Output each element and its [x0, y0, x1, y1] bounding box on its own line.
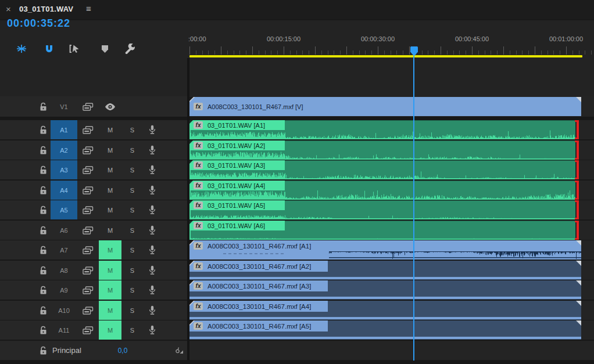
mute-button-A2[interactable]: M	[99, 140, 121, 160]
track-targeting-icon[interactable]	[83, 166, 94, 174]
ruler-tick	[422, 51, 423, 55]
media-end-bracket	[575, 140, 579, 160]
toggle-track-output-eye-icon[interactable]	[105, 103, 116, 110]
lock-icon[interactable]	[40, 186, 47, 195]
lock-icon[interactable]	[40, 266, 47, 275]
track-header-A11: A11 MS	[0, 320, 187, 340]
voiceover-record-mic-icon[interactable]	[149, 185, 156, 195]
track-targeting-icon[interactable]	[83, 226, 94, 235]
solo-button-A6[interactable]: S	[121, 221, 143, 240]
mute-button-A11[interactable]: M	[99, 320, 121, 340]
lock-icon[interactable]	[40, 326, 47, 335]
track-targeting-icon[interactable]	[83, 146, 94, 154]
voiceover-record-mic-icon[interactable]	[149, 125, 156, 135]
master-level-value[interactable]: 0,0	[109, 341, 136, 360]
lock-icon[interactable]	[40, 206, 47, 215]
solo-button-A9[interactable]: S	[121, 280, 143, 300]
ruler-tick	[478, 51, 479, 55]
clip-A6[interactable]: fx03_01T01.WAV [A6]	[189, 221, 575, 240]
track-name-A3[interactable]: A3	[51, 160, 77, 179]
solo-button-A7[interactable]: S	[121, 240, 143, 260]
voiceover-record-mic-icon[interactable]	[149, 165, 156, 175]
solo-button-A4[interactable]: S	[121, 181, 143, 200]
track-name-A7[interactable]: A7	[51, 240, 77, 260]
lock-icon[interactable]	[40, 346, 47, 355]
track-targeting-icon[interactable]	[83, 206, 94, 214]
clip-A8[interactable]: fxA008C003_130101_R467.mxf [A2]	[189, 261, 581, 280]
solo-button-A5[interactable]: S	[121, 200, 143, 219]
voiceover-record-mic-icon[interactable]	[149, 325, 156, 335]
clip-A11[interactable]: fxA008C003_130101_R467.mxf [A5]	[189, 320, 581, 340]
lock-icon[interactable]	[40, 246, 47, 255]
sequence-tab[interactable]: 03_01T01.WAV	[19, 5, 73, 13]
voiceover-record-mic-icon[interactable]	[149, 285, 156, 295]
voiceover-record-mic-icon[interactable]	[149, 245, 156, 255]
mute-button-A6[interactable]: M	[99, 221, 121, 240]
track-targeting-icon[interactable]	[83, 286, 94, 294]
lock-icon[interactable]	[40, 165, 47, 175]
track-targeting-icon[interactable]	[83, 307, 94, 315]
mute-button-A5[interactable]: M	[99, 200, 121, 219]
voiceover-record-mic-icon[interactable]	[149, 265, 156, 275]
clip-A5[interactable]: fx03_01T01.WAV [A5]	[189, 200, 575, 219]
clip-V1[interactable]: fxA008C003_130101_R467.mxf [V]	[189, 97, 581, 116]
voiceover-record-mic-icon[interactable]	[149, 205, 156, 215]
track-name-A10[interactable]: A10	[51, 301, 77, 320]
close-icon[interactable]: ×	[6, 5, 11, 13]
track-name-A1[interactable]: A1	[51, 120, 77, 139]
track-targeting-icon[interactable]	[83, 103, 94, 111]
track-name-A9[interactable]: A9	[51, 280, 77, 300]
solo-button-A3[interactable]: S	[121, 160, 143, 179]
voiceover-record-mic-icon[interactable]	[149, 305, 156, 315]
mute-button-A9[interactable]: M	[99, 280, 121, 300]
ruler-tick	[553, 51, 554, 55]
track-name-A8[interactable]: A8	[51, 261, 77, 280]
mute-button-A4[interactable]: M	[99, 181, 121, 200]
mute-button-A7[interactable]: M	[99, 240, 121, 260]
clip-A10[interactable]: fxA008C003_130101_R467.mxf [A4]	[189, 301, 581, 320]
clip-A4[interactable]: fx03_01T01.WAV [A4]	[189, 181, 575, 200]
track-targeting-icon[interactable]	[83, 186, 94, 194]
clip-A7[interactable]: fxA008C003_130101_R467.mxf [A1]	[189, 240, 581, 260]
solo-button-A2[interactable]: S	[121, 140, 143, 160]
waveform-baseline	[189, 297, 581, 299]
lock-icon[interactable]	[40, 146, 47, 155]
waveform-baseline	[189, 317, 581, 319]
show-keyframes-icon[interactable]	[175, 347, 184, 354]
track-name-A5[interactable]: A5	[51, 200, 77, 219]
track-targeting-icon[interactable]	[83, 326, 94, 334]
clip-A2[interactable]: fx03_01T01.WAV [A2]	[189, 140, 575, 160]
track-name-A2[interactable]: A2	[51, 140, 77, 160]
track-targeting-icon[interactable]	[83, 246, 94, 254]
clip-A1[interactable]: fx03_01T01.WAV [A1]	[189, 120, 575, 139]
mute-button-A3[interactable]: M	[99, 160, 121, 179]
solo-button-A1[interactable]: S	[121, 120, 143, 139]
panel-menu-icon[interactable]: ≡	[86, 4, 91, 13]
track-targeting-icon[interactable]	[83, 266, 94, 275]
track-name-A11[interactable]: A11	[51, 320, 77, 340]
track-name-A6[interactable]: A6	[51, 221, 77, 240]
time-ruler[interactable]: :00:0000:00:15:0000:00:30:0000:00:45:000…	[0, 19, 594, 58]
mute-button-A10[interactable]: M	[99, 301, 121, 320]
playhead-line[interactable]	[413, 56, 414, 361]
track-targeting-icon[interactable]	[83, 126, 94, 134]
track-name-A4[interactable]: A4	[51, 181, 77, 200]
solo-button-A11[interactable]: S	[121, 320, 143, 340]
lock-icon[interactable]	[40, 226, 47, 235]
mute-button-A1[interactable]: M	[99, 120, 121, 139]
solo-button-A8[interactable]: S	[121, 261, 143, 280]
lock-icon[interactable]	[40, 102, 47, 111]
clip-A3[interactable]: fx03_01T01.WAV [A3]	[189, 160, 575, 179]
solo-button-A10[interactable]: S	[121, 301, 143, 320]
mute-button-A8[interactable]: M	[99, 261, 121, 280]
track-name-V1[interactable]: V1	[51, 96, 77, 117]
voiceover-record-mic-icon[interactable]	[149, 145, 156, 155]
ruler-tick	[371, 51, 372, 55]
bottom-scroll-strip[interactable]	[0, 361, 594, 364]
work-area-bar[interactable]	[189, 55, 582, 57]
lock-icon[interactable]	[40, 306, 47, 315]
lock-icon[interactable]	[40, 286, 47, 295]
lock-icon[interactable]	[40, 125, 47, 135]
clip-A9[interactable]: fxA008C003_130101_R467.mxf [A3]	[189, 280, 581, 300]
voiceover-record-mic-icon[interactable]	[149, 225, 156, 235]
